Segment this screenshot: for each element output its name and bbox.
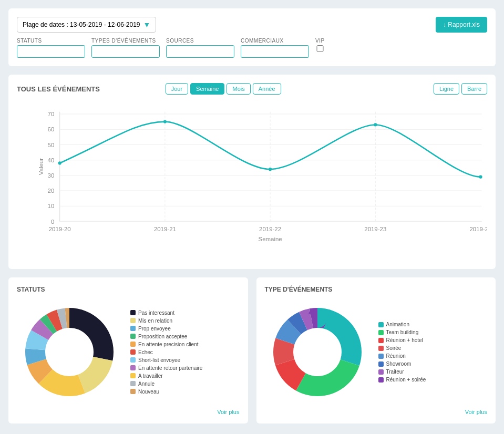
legend-dot <box>130 318 136 323</box>
types-filter: TYPES D'ÉVÉNEMENTS <box>91 38 160 58</box>
legend-label: Team building <box>386 329 419 335</box>
svg-text:0: 0 <box>51 219 54 225</box>
statuts-donut-svg <box>17 299 122 405</box>
legend-label: Showroom <box>386 361 412 367</box>
types-voir-plus[interactable]: Voir plus <box>265 409 488 415</box>
statuts-legend: Pas interessant Mis en relation Prop env… <box>130 310 202 395</box>
legend-label: Traiteur <box>386 369 404 375</box>
annee-button[interactable]: Année <box>253 83 281 95</box>
statuts-voir-plus[interactable]: Voir plus <box>17 409 240 415</box>
svg-point-28 <box>58 161 61 164</box>
svg-text:60: 60 <box>48 126 55 132</box>
rapport-button[interactable]: ↓ Rapport.xls <box>436 17 487 33</box>
legend-dot <box>378 346 384 351</box>
legend-item-showroom: Showroom <box>378 361 426 367</box>
svg-text:2019-20: 2019-20 <box>49 226 71 232</box>
legend-label: Réunion <box>386 353 406 359</box>
legend-label: Mis en relation <box>138 318 172 324</box>
legend-dot <box>130 373 136 378</box>
legend-dot <box>130 389 136 394</box>
legend-dot <box>378 354 384 359</box>
legend-dot <box>378 369 384 375</box>
filter-card: Plage de dates : 13-05-2019 - 12-06-2019… <box>8 8 496 66</box>
date-range-button[interactable]: Plage de dates : 13-05-2019 - 12-06-2019… <box>17 17 156 33</box>
sources-filter: SOURCES <box>166 38 234 58</box>
legend-item-prop-envoyee: Prop envoyee <box>130 326 202 332</box>
statuts-label: STATUTS <box>17 38 85 44</box>
svg-text:70: 70 <box>48 111 55 117</box>
barre-button[interactable]: Barre <box>461 83 487 95</box>
legend-item-en-attente-retour: En attente retour partenaire <box>130 365 202 371</box>
commerciaux-filter: COMMERCIAUX <box>241 38 309 58</box>
svg-text:40: 40 <box>48 157 55 163</box>
svg-text:2019-23: 2019-23 <box>364 226 386 232</box>
svg-point-29 <box>163 120 167 123</box>
legend-item-reunion-soiree: Réunion + soirée <box>378 377 426 383</box>
legend-item-en-attente-precision: En attente precision client <box>130 342 202 347</box>
sources-label: SOURCES <box>166 38 234 44</box>
svg-text:10: 10 <box>48 203 55 209</box>
legend-item-proposition-acceptee: Proposition acceptee <box>130 334 202 339</box>
svg-text:2019-22: 2019-22 <box>259 226 281 232</box>
types-input[interactable] <box>91 45 160 58</box>
commerciaux-input[interactable] <box>241 45 309 58</box>
legend-label: Echec <box>138 349 153 355</box>
svg-text:20: 20 <box>48 188 55 194</box>
sources-input[interactable] <box>166 45 234 58</box>
legend-item-traiteur: Traiteur <box>378 369 426 375</box>
legend-label: A travailler <box>138 373 163 379</box>
legend-item-echec: Echec <box>130 349 202 355</box>
legend-dot <box>378 361 384 367</box>
jour-button[interactable]: Jour <box>166 83 188 95</box>
line-chart-card: TOUS LES ÉVÉNEMENTS Jour Semaine Mois An… <box>8 75 496 269</box>
statuts-chart-title: STATUTS <box>17 286 240 293</box>
legend-item-shortlist: Short-list envoyee <box>130 357 202 363</box>
line-chart-svg: 0 10 20 30 40 50 60 70 2019-20 2019-21 2… <box>38 101 487 243</box>
legend-dot <box>130 326 136 331</box>
vip-checkbox[interactable] <box>315 45 325 52</box>
legend-label: Short-list envoyee <box>138 357 180 363</box>
legend-item-reunion-hotel: Réunion + hotel <box>378 337 426 343</box>
bottom-row: STATUTS <box>8 277 496 423</box>
legend-label: Nouveau <box>138 389 159 395</box>
types-donut-container: Animation Team building Réunion + hotel … <box>265 299 488 405</box>
legend-label: Réunion + soirée <box>386 377 426 383</box>
legend-dot <box>130 357 136 363</box>
chevron-down-icon: ▼ <box>143 20 151 29</box>
svg-text:Valeur: Valeur <box>38 158 44 175</box>
legend-label: Proposition acceptee <box>138 334 187 339</box>
legend-dot <box>130 342 136 347</box>
svg-text:30: 30 <box>48 172 55 179</box>
semaine-button[interactable]: Semaine <box>190 83 224 95</box>
legend-item-mis-en-relation: Mis en relation <box>130 318 202 324</box>
legend-dot <box>378 322 384 327</box>
mois-button[interactable]: Mois <box>227 83 250 95</box>
legend-item-reunion: Réunion <box>378 353 426 359</box>
svg-point-44 <box>46 329 92 375</box>
types-chart-title: TYPE D'ÉVÉNEMENTS <box>265 286 488 293</box>
legend-label: Soirée <box>386 345 402 351</box>
legend-label: En attente retour partenaire <box>138 365 202 371</box>
ligne-button[interactable]: Ligne <box>434 83 459 95</box>
statuts-input[interactable] <box>17 45 85 58</box>
legend-item-annule: Annule <box>130 381 202 387</box>
legend-dot <box>130 334 136 339</box>
svg-text:2019-24: 2019-24 <box>469 226 487 232</box>
svg-text:50: 50 <box>48 142 55 148</box>
legend-item-soiree: Soirée <box>378 345 426 351</box>
legend-item-animation: Animation <box>378 322 426 327</box>
types-label: TYPES D'ÉVÉNEMENTS <box>91 38 160 44</box>
legend-dot <box>378 377 384 383</box>
legend-item-nouveau: Nouveau <box>130 389 202 395</box>
svg-point-31 <box>374 123 377 126</box>
legend-dot <box>130 310 136 315</box>
legend-dot <box>130 365 136 370</box>
types-card: TYPE D'ÉVÉNEMENTS <box>256 277 496 423</box>
legend-label: Réunion + hotel <box>386 337 423 343</box>
legend-label: Annule <box>138 381 155 387</box>
legend-dot <box>130 381 136 386</box>
legend-dot <box>378 338 384 343</box>
svg-point-53 <box>294 329 341 375</box>
vip-label: VIP <box>315 38 325 44</box>
legend-label: Animation <box>386 322 409 327</box>
